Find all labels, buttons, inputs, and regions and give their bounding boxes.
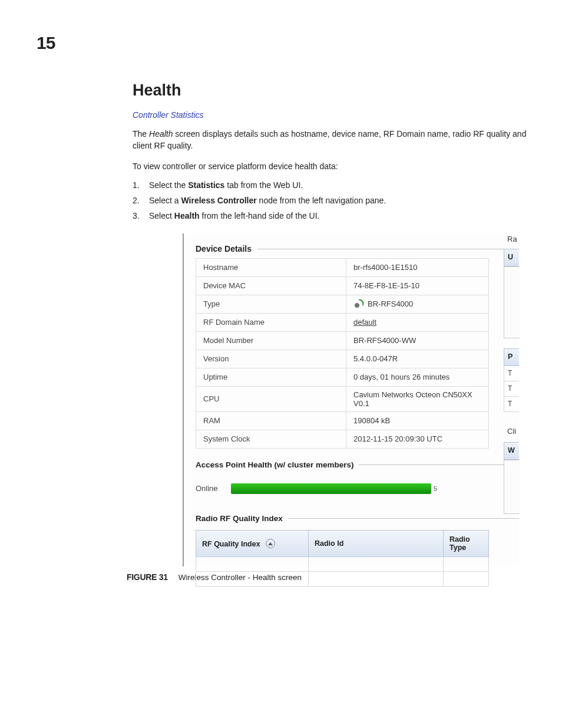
step-bold: Wireless Controller bbox=[181, 196, 256, 205]
detail-value-text: BR-RFS4000-WW bbox=[353, 336, 416, 345]
table-row: Version5.4.0.0-047R bbox=[196, 350, 489, 368]
step-pre: Select the bbox=[149, 180, 188, 190]
para1-b: screen displays details such as hostname… bbox=[133, 129, 526, 150]
table-row: Model NumberBR-RFS4000-WW bbox=[196, 331, 489, 350]
page-number: 15 bbox=[37, 33, 55, 53]
detail-label: Model Number bbox=[196, 331, 346, 350]
ap-health-label: Access Point Health (w/ cluster members) bbox=[196, 460, 354, 469]
table-row: TypeBR-RFS4000 bbox=[196, 295, 489, 313]
cutoff-cell-t1: T bbox=[504, 366, 519, 381]
detail-value: BR-RFS4000 bbox=[346, 295, 489, 313]
access-point-icon bbox=[353, 301, 364, 308]
detail-label: Version bbox=[196, 350, 346, 368]
online-row: Online 5 bbox=[196, 483, 519, 494]
rule bbox=[257, 248, 519, 249]
health-screen: Device Details Hostnamebr-rfs4000-1E1510… bbox=[183, 233, 519, 566]
detail-value-text: Cavium Networks Octeon CN50XX V0.1 bbox=[353, 390, 472, 408]
device-details-label: Device Details bbox=[196, 244, 252, 253]
radio-rfq-label: Radio RF Quality Index bbox=[196, 514, 283, 523]
table-row bbox=[196, 571, 489, 586]
device-details-title: Device Details bbox=[184, 244, 519, 253]
cutoff-header-u: U bbox=[504, 249, 519, 266]
online-label: Online bbox=[196, 484, 231, 493]
breadcrumb-link[interactable]: Controller Statistics bbox=[133, 110, 533, 120]
detail-value: BR-RFS4000-WW bbox=[346, 331, 489, 350]
sort-ascending-icon[interactable] bbox=[266, 539, 275, 548]
col-radio-id[interactable]: Radio Id bbox=[309, 530, 444, 556]
step-bold: Health bbox=[174, 211, 200, 220]
detail-value: Cavium Networks Octeon CN50XX V0.1 bbox=[346, 386, 489, 411]
detail-value-text: 190804 kB bbox=[353, 416, 390, 425]
online-bar-fill bbox=[231, 483, 431, 494]
cutoff-cell-t3: T bbox=[504, 397, 519, 412]
step-2: 2. Select a Wireless Controller node fro… bbox=[133, 196, 533, 205]
rule bbox=[287, 518, 519, 519]
detail-label: Uptime bbox=[196, 368, 346, 386]
detail-value-text: BR-RFS4000 bbox=[368, 299, 413, 308]
step-3: 3. Select Health from the left-hand side… bbox=[133, 211, 533, 220]
step-pre: Select bbox=[149, 211, 174, 220]
step-num: 1. bbox=[133, 180, 149, 190]
main-content: Health Controller Statistics The Health … bbox=[133, 81, 533, 582]
table-row: CPUCavium Networks Octeon CN50XX V0.1 bbox=[196, 386, 489, 411]
cutoff-box-2 bbox=[504, 460, 520, 514]
ap-health-section: Access Point Health (w/ cluster members)… bbox=[184, 460, 519, 494]
cutoff-box-1 bbox=[504, 266, 520, 338]
detail-value: 74-8E-F8-1E-15-10 bbox=[346, 276, 489, 295]
table-row: RAM190804 kB bbox=[196, 411, 489, 430]
table-row: System Clock2012-11-15 20:09:30 UTC bbox=[196, 430, 489, 448]
online-bar bbox=[231, 483, 431, 494]
detail-label: Type bbox=[196, 295, 346, 313]
detail-value: 0 days, 01 hours 26 minutes bbox=[346, 368, 489, 386]
table-row: Hostnamebr-rfs4000-1E1510 bbox=[196, 258, 489, 276]
table-row: RF Domain Namedefault bbox=[196, 313, 489, 331]
col-radio-type[interactable]: Radio Type bbox=[444, 530, 489, 556]
cutoff-header-p: P bbox=[504, 348, 519, 366]
paragraph-lead: To view controller or service platform d… bbox=[133, 160, 533, 172]
detail-value-text: 2012-11-15 20:09:30 UTC bbox=[353, 434, 442, 443]
cutoff-header-w: W bbox=[504, 442, 519, 460]
detail-value: br-rfs4000-1E1510 bbox=[346, 258, 489, 276]
detail-value: 2012-11-15 20:09:30 UTC bbox=[346, 430, 489, 448]
detail-value: 5.4.0.0-047R bbox=[346, 350, 489, 368]
table-row bbox=[196, 556, 489, 571]
detail-label: CPU bbox=[196, 386, 346, 411]
radio-rfq-table: RF Quality Index Radio Id Radio Type bbox=[196, 530, 489, 587]
radio-rf-quality-section: Radio RF Quality Index RF Quality Index … bbox=[184, 514, 519, 587]
step-bold: Statistics bbox=[188, 180, 224, 190]
detail-label: RF Domain Name bbox=[196, 313, 346, 331]
radio-rfq-title: Radio RF Quality Index bbox=[196, 514, 519, 523]
detail-value-text[interactable]: default bbox=[353, 318, 376, 327]
figure-label: FIGURE 31 bbox=[127, 572, 168, 582]
step-post: tab from the Web UI. bbox=[224, 180, 303, 190]
col-rfq-index[interactable]: RF Quality Index bbox=[196, 530, 309, 556]
device-details-table: Hostnamebr-rfs4000-1E1510Device MAC74-8E… bbox=[196, 258, 489, 449]
paragraph-intro: The Health screen displays details such … bbox=[133, 128, 533, 152]
detail-value: default bbox=[346, 313, 489, 331]
online-value: 5 bbox=[434, 485, 437, 492]
table-row: Device MAC74-8E-F8-1E-15-10 bbox=[196, 276, 489, 295]
detail-label: Device MAC bbox=[196, 276, 346, 295]
page: 15 Health Controller Statistics The Heal… bbox=[0, 0, 562, 728]
steps-list: 1. Select the Statistics tab from the We… bbox=[133, 180, 533, 220]
right-cutoff-column: Ra U P T T T Cli W bbox=[504, 233, 519, 566]
step-text: Select Health from the left-hand side of… bbox=[149, 211, 533, 220]
step-num: 3. bbox=[133, 211, 149, 220]
detail-value-text: br-rfs4000-1E1510 bbox=[353, 263, 417, 272]
screenshot-figure: Device Details Hostnamebr-rfs4000-1E1510… bbox=[133, 233, 533, 582]
rule bbox=[359, 465, 519, 465]
col-rfq-index-label: RF Quality Index bbox=[202, 540, 260, 548]
step-1: 1. Select the Statistics tab from the We… bbox=[133, 180, 533, 190]
cutoff-label-ra: Ra bbox=[507, 235, 517, 243]
para1-a: The bbox=[133, 129, 149, 139]
step-post: node from the left navigation pane. bbox=[257, 196, 386, 205]
step-text: Select a Wireless Controller node from t… bbox=[149, 196, 533, 205]
para1-health: Health bbox=[149, 129, 173, 139]
detail-value-text: 0 days, 01 hours 26 minutes bbox=[353, 373, 449, 381]
table-row: Uptime0 days, 01 hours 26 minutes bbox=[196, 368, 489, 386]
cutoff-label-cli: Cli bbox=[507, 427, 516, 436]
detail-label: RAM bbox=[196, 411, 346, 430]
detail-label: System Clock bbox=[196, 430, 346, 448]
step-pre: Select a bbox=[149, 196, 181, 205]
step-text: Select the Statistics tab from the Web U… bbox=[149, 180, 533, 190]
